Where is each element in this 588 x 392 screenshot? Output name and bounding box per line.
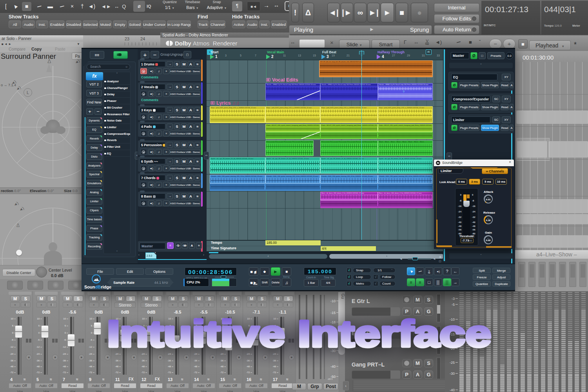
svg-text:Intuitive Interface: Intuitive Interface (107, 313, 491, 354)
